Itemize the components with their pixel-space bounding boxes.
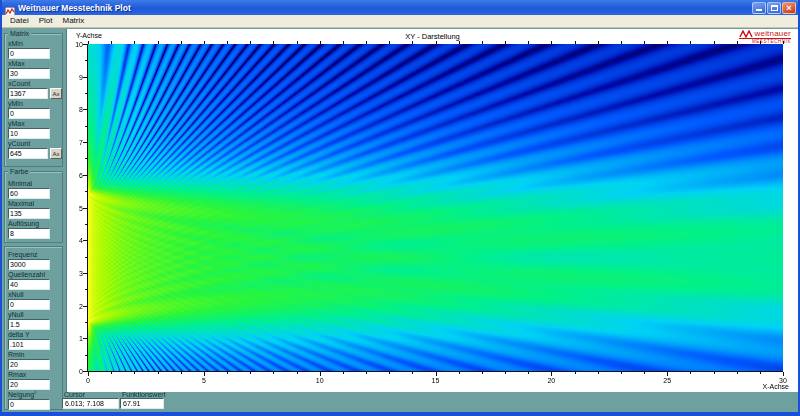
- x-tick: [436, 372, 437, 376]
- xcount-button[interactable]: Ax: [50, 88, 62, 99]
- y-tick-label: 4: [67, 237, 83, 244]
- x-tick-top: [783, 41, 784, 44]
- close-button[interactable]: ×: [782, 2, 796, 14]
- x-tick: [181, 372, 182, 374]
- x-tick: [250, 372, 251, 374]
- menu-item-datei[interactable]: Datei: [5, 15, 34, 27]
- rmax-label: Rmax: [8, 371, 62, 379]
- logo-zigzag-icon: [739, 30, 753, 38]
- x-tick-top: [505, 41, 506, 44]
- x-tick: [644, 372, 645, 374]
- ycount-field[interactable]: [8, 148, 48, 159]
- menu-item-plot[interactable]: Plot: [34, 15, 58, 27]
- maximal-field[interactable]: [8, 208, 50, 219]
- title-bar[interactable]: Weitnauer Messtechnik Plot ×: [2, 0, 798, 15]
- x-tick-top: [366, 41, 367, 44]
- x-tick: [575, 372, 576, 374]
- y-tick: [83, 109, 87, 110]
- y-tick-label: 10: [67, 41, 83, 48]
- rmax-field[interactable]: [8, 379, 50, 390]
- y-tick: [85, 191, 87, 192]
- auflsung-field[interactable]: [8, 228, 50, 239]
- x-tick-top: [459, 41, 460, 44]
- x-tick-top: [273, 41, 274, 44]
- heatmap-canvas[interactable]: [87, 44, 783, 372]
- group-farbe: FarbeMinimalMaximalAuflösung: [4, 171, 63, 243]
- y-tick: [83, 306, 87, 307]
- plot-title: XY - Darstellung: [67, 32, 798, 41]
- x-tick: [273, 372, 274, 374]
- neigung-field[interactable]: [8, 399, 50, 410]
- x-tick: [389, 372, 390, 374]
- x-tick-top: [204, 41, 205, 44]
- x-tick-top: [134, 41, 135, 44]
- x-tick-top: [714, 41, 715, 44]
- quellenzahl-label: Quellenzahl: [8, 271, 62, 279]
- funktionswert-label: Funktionswert: [122, 391, 166, 398]
- x-tick-top: [528, 41, 529, 44]
- x-tick-label: 0: [86, 377, 90, 384]
- ynull-label: yNull: [8, 311, 62, 319]
- window-title: Weitnauer Messtechnik Plot: [18, 3, 752, 13]
- client-area: MatrixxMinxMaxxCountAxyMinyMaxyCountAxFa…: [2, 28, 798, 412]
- y-tick-label: 7: [67, 139, 83, 146]
- minimize-icon: [756, 9, 762, 11]
- y-tick: [83, 208, 87, 209]
- rmin-field[interactable]: [8, 359, 50, 370]
- y-tick-label: 0: [67, 368, 83, 375]
- xmin-field[interactable]: [8, 48, 50, 59]
- x-tick: [111, 372, 112, 374]
- xcount-field[interactable]: [8, 88, 48, 99]
- ycount-button[interactable]: Ax: [50, 148, 62, 159]
- frequenz-label: Frequenz: [8, 251, 62, 259]
- x-tick-top: [227, 41, 228, 44]
- logo-name: weitnauer: [755, 30, 792, 38]
- ymin-label: yMin: [8, 100, 62, 108]
- xnull-label: xNull: [8, 291, 62, 299]
- y-tick: [85, 257, 87, 258]
- minimize-button[interactable]: [752, 2, 766, 14]
- ymin-field[interactable]: [8, 108, 50, 119]
- y-tick: [85, 158, 87, 159]
- x-tick: [204, 372, 205, 376]
- y-tick-label: 1: [67, 335, 83, 342]
- y-tick: [83, 44, 87, 45]
- x-tick: [343, 372, 344, 374]
- xnull-field[interactable]: [8, 299, 50, 310]
- x-tick-top: [389, 41, 390, 44]
- menu-item-matrix[interactable]: Matrix: [57, 15, 89, 27]
- xmin-label: xMin: [8, 40, 62, 48]
- x-tick: [667, 372, 668, 376]
- x-tick-top: [320, 41, 321, 44]
- x-tick: [737, 372, 738, 374]
- x-tick-top: [412, 41, 413, 44]
- y-tick-label: 6: [67, 172, 83, 179]
- x-tick-label: 5: [202, 377, 206, 384]
- x-tick-top: [575, 41, 576, 44]
- deltay-field[interactable]: [8, 339, 50, 350]
- y-tick: [83, 77, 87, 78]
- x-tick: [459, 372, 460, 374]
- ynull-field[interactable]: [8, 319, 50, 330]
- y-tick: [85, 93, 87, 94]
- xmax-field[interactable]: [8, 68, 50, 79]
- quellenzahl-field[interactable]: [8, 279, 50, 290]
- x-tick: [366, 372, 367, 374]
- x-tick-top: [436, 41, 437, 44]
- maximize-button[interactable]: [767, 2, 781, 14]
- app-icon: [5, 3, 15, 13]
- x-tick: [714, 372, 715, 374]
- y-tick: [83, 273, 87, 274]
- app-window: Weitnauer Messtechnik Plot × DateiPlotMa…: [0, 0, 800, 416]
- y-tick: [85, 126, 87, 127]
- minimal-field[interactable]: [8, 188, 50, 199]
- y-tick: [83, 338, 87, 339]
- x-tick-top: [644, 41, 645, 44]
- frequenz-field[interactable]: [8, 259, 50, 270]
- y-tick-label: 9: [67, 74, 83, 81]
- group-caption: Farbe: [8, 168, 30, 176]
- x-tick-label: 15: [432, 377, 440, 384]
- ymax-field[interactable]: [8, 128, 50, 139]
- x-tick: [598, 372, 599, 374]
- x-axis-label: X-Achse: [753, 383, 789, 390]
